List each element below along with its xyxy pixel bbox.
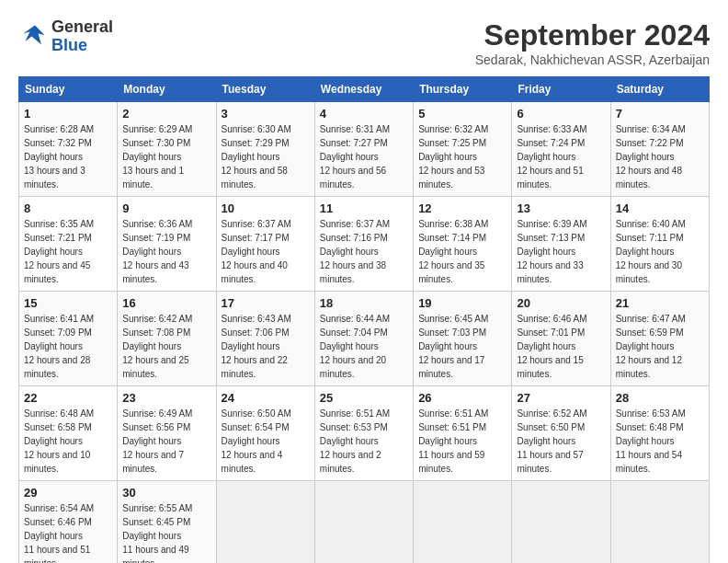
calendar-cell xyxy=(610,481,709,564)
day-number: 1 xyxy=(24,107,112,121)
calendar-week-3: 15Sunrise: 6:41 AMSunset: 7:09 PMDayligh… xyxy=(19,292,710,386)
calendar-week-4: 22Sunrise: 6:48 AMSunset: 6:58 PMDayligh… xyxy=(19,386,710,481)
calendar-cell xyxy=(512,481,610,564)
day-info: Sunrise: 6:55 AMSunset: 6:45 PMDaylight … xyxy=(122,501,210,563)
calendar-cell: 14Sunrise: 6:40 AMSunset: 7:11 PMDayligh… xyxy=(610,197,709,292)
calendar-week-1: 1Sunrise: 6:28 AMSunset: 7:32 PMDaylight… xyxy=(19,102,710,197)
calendar-cell: 17Sunrise: 6:43 AMSunset: 7:06 PMDayligh… xyxy=(216,292,314,386)
weekday-header-tuesday: Tuesday xyxy=(216,77,314,102)
day-info: Sunrise: 6:53 AMSunset: 6:48 PMDaylight … xyxy=(616,407,704,476)
calendar-cell: 19Sunrise: 6:45 AMSunset: 7:03 PMDayligh… xyxy=(414,292,512,386)
logo-blue-text: Blue xyxy=(51,37,113,55)
logo: General Blue xyxy=(18,18,113,55)
day-number: 29 xyxy=(24,486,112,500)
calendar-cell: 22Sunrise: 6:48 AMSunset: 6:58 PMDayligh… xyxy=(19,386,118,481)
day-number: 11 xyxy=(320,201,408,215)
calendar-cell: 2Sunrise: 6:29 AMSunset: 7:30 PMDaylight… xyxy=(118,102,216,197)
day-number: 15 xyxy=(24,296,112,310)
day-number: 20 xyxy=(517,296,605,310)
day-number: 9 xyxy=(122,201,210,215)
day-number: 6 xyxy=(517,107,605,121)
calendar-table: SundayMondayTuesdayWednesdayThursdayFrid… xyxy=(18,76,710,563)
day-info: Sunrise: 6:38 AMSunset: 7:14 PMDaylight … xyxy=(418,217,506,286)
weekday-header-friday: Friday xyxy=(512,77,610,102)
day-info: Sunrise: 6:51 AMSunset: 6:51 PMDaylight … xyxy=(418,407,506,476)
calendar-cell: 15Sunrise: 6:41 AMSunset: 7:09 PMDayligh… xyxy=(19,292,118,386)
day-info: Sunrise: 6:46 AMSunset: 7:01 PMDaylight … xyxy=(517,312,605,381)
calendar-cell: 12Sunrise: 6:38 AMSunset: 7:14 PMDayligh… xyxy=(414,197,512,292)
day-info: Sunrise: 6:37 AMSunset: 7:17 PMDaylight … xyxy=(222,217,310,286)
logo-general-text: General xyxy=(51,18,113,37)
calendar-cell: 4Sunrise: 6:31 AMSunset: 7:27 PMDaylight… xyxy=(314,102,413,197)
calendar-cell: 16Sunrise: 6:42 AMSunset: 7:08 PMDayligh… xyxy=(118,292,216,386)
day-info: Sunrise: 6:44 AMSunset: 7:04 PMDaylight … xyxy=(320,312,408,381)
calendar-cell: 3Sunrise: 6:30 AMSunset: 7:29 PMDaylight… xyxy=(216,102,314,197)
day-info: Sunrise: 6:35 AMSunset: 7:21 PMDaylight … xyxy=(24,217,112,286)
day-number: 10 xyxy=(222,201,310,215)
calendar-cell xyxy=(414,481,512,564)
calendar-cell: 18Sunrise: 6:44 AMSunset: 7:04 PMDayligh… xyxy=(314,292,413,386)
calendar-week-5: 29Sunrise: 6:54 AMSunset: 6:46 PMDayligh… xyxy=(19,481,710,564)
calendar-cell: 10Sunrise: 6:37 AMSunset: 7:17 PMDayligh… xyxy=(216,197,314,292)
calendar-cell: 6Sunrise: 6:33 AMSunset: 7:24 PMDaylight… xyxy=(512,102,610,197)
day-number: 5 xyxy=(418,107,506,121)
day-info: Sunrise: 6:40 AMSunset: 7:11 PMDaylight … xyxy=(616,217,704,286)
calendar-cell: 29Sunrise: 6:54 AMSunset: 6:46 PMDayligh… xyxy=(19,481,118,564)
calendar-cell: 30Sunrise: 6:55 AMSunset: 6:45 PMDayligh… xyxy=(118,481,216,564)
calendar-cell: 8Sunrise: 6:35 AMSunset: 7:21 PMDaylight… xyxy=(19,197,118,292)
calendar-body: 1Sunrise: 6:28 AMSunset: 7:32 PMDaylight… xyxy=(19,102,710,564)
day-info: Sunrise: 6:54 AMSunset: 6:46 PMDaylight … xyxy=(24,501,112,563)
day-number: 25 xyxy=(320,391,408,405)
calendar-cell: 5Sunrise: 6:32 AMSunset: 7:25 PMDaylight… xyxy=(414,102,512,197)
weekday-header-wednesday: Wednesday xyxy=(314,77,413,102)
day-number: 8 xyxy=(24,201,112,215)
calendar-cell: 9Sunrise: 6:36 AMSunset: 7:19 PMDaylight… xyxy=(118,197,216,292)
calendar-cell: 25Sunrise: 6:51 AMSunset: 6:53 PMDayligh… xyxy=(314,386,413,481)
day-info: Sunrise: 6:47 AMSunset: 6:59 PMDaylight … xyxy=(616,312,704,381)
weekday-header-monday: Monday xyxy=(118,77,216,102)
day-number: 28 xyxy=(616,391,704,405)
day-info: Sunrise: 6:29 AMSunset: 7:30 PMDaylight … xyxy=(122,122,210,191)
weekday-header-sunday: Sunday xyxy=(19,77,118,102)
day-number: 23 xyxy=(122,391,210,405)
day-number: 26 xyxy=(418,391,506,405)
day-info: Sunrise: 6:51 AMSunset: 6:53 PMDaylight … xyxy=(320,407,408,476)
day-number: 24 xyxy=(222,391,310,405)
weekday-header-thursday: Thursday xyxy=(414,77,512,102)
day-number: 16 xyxy=(122,296,210,310)
day-info: Sunrise: 6:48 AMSunset: 6:58 PMDaylight … xyxy=(24,407,112,476)
day-info: Sunrise: 6:31 AMSunset: 7:27 PMDaylight … xyxy=(320,122,408,191)
day-info: Sunrise: 6:52 AMSunset: 6:50 PMDaylight … xyxy=(517,407,605,476)
day-number: 14 xyxy=(616,201,704,215)
day-number: 13 xyxy=(517,201,605,215)
calendar-cell: 7Sunrise: 6:34 AMSunset: 7:22 PMDaylight… xyxy=(610,102,709,197)
weekday-header-row: SundayMondayTuesdayWednesdayThursdayFrid… xyxy=(19,77,710,102)
day-info: Sunrise: 6:32 AMSunset: 7:25 PMDaylight … xyxy=(418,122,506,191)
calendar-cell: 1Sunrise: 6:28 AMSunset: 7:32 PMDaylight… xyxy=(19,102,118,197)
day-number: 22 xyxy=(24,391,112,405)
day-info: Sunrise: 6:50 AMSunset: 6:54 PMDaylight … xyxy=(222,407,310,476)
calendar-cell: 13Sunrise: 6:39 AMSunset: 7:13 PMDayligh… xyxy=(512,197,610,292)
location-text: Sedarak, Nakhichevan ASSR, Azerbaijan xyxy=(475,52,710,67)
calendar-cell: 21Sunrise: 6:47 AMSunset: 6:59 PMDayligh… xyxy=(610,292,709,386)
day-number: 27 xyxy=(517,391,605,405)
calendar-cell xyxy=(216,481,314,564)
calendar-cell: 11Sunrise: 6:37 AMSunset: 7:16 PMDayligh… xyxy=(314,197,413,292)
day-number: 3 xyxy=(222,107,310,121)
page-header: General Blue September 2024 Sedarak, Nak… xyxy=(18,18,710,67)
day-number: 18 xyxy=(320,296,408,310)
day-info: Sunrise: 6:45 AMSunset: 7:03 PMDaylight … xyxy=(418,312,506,381)
day-number: 2 xyxy=(122,107,210,121)
day-info: Sunrise: 6:49 AMSunset: 6:56 PMDaylight … xyxy=(122,407,210,476)
title-section: September 2024 Sedarak, Nakhichevan ASSR… xyxy=(475,18,710,67)
day-number: 4 xyxy=(320,107,408,121)
day-info: Sunrise: 6:30 AMSunset: 7:29 PMDaylight … xyxy=(222,122,310,191)
month-title: September 2024 xyxy=(475,18,710,52)
calendar-cell: 26Sunrise: 6:51 AMSunset: 6:51 PMDayligh… xyxy=(414,386,512,481)
day-info: Sunrise: 6:28 AMSunset: 7:32 PMDaylight … xyxy=(24,122,112,191)
calendar-cell: 28Sunrise: 6:53 AMSunset: 6:48 PMDayligh… xyxy=(610,386,709,481)
weekday-header-saturday: Saturday xyxy=(610,77,709,102)
calendar-cell: 24Sunrise: 6:50 AMSunset: 6:54 PMDayligh… xyxy=(216,386,314,481)
day-info: Sunrise: 6:33 AMSunset: 7:24 PMDaylight … xyxy=(517,122,605,191)
day-info: Sunrise: 6:39 AMSunset: 7:13 PMDaylight … xyxy=(517,217,605,286)
